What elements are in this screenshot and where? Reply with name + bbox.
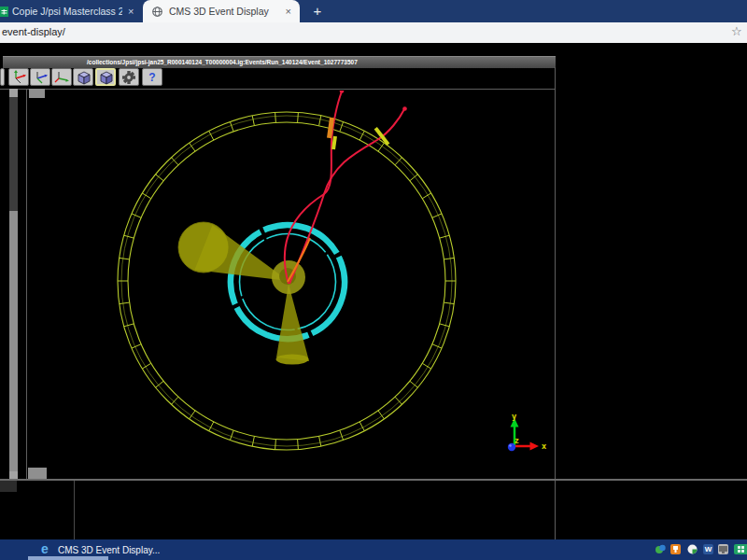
scrollbar-up-button[interactable] <box>9 89 18 97</box>
help-button[interactable]: ? <box>142 68 162 86</box>
viewport-right-border <box>555 67 556 539</box>
axis-x-arrow-icon <box>530 442 540 451</box>
bookmark-star-icon[interactable]: ☆ <box>731 25 744 38</box>
new-tab-button[interactable]: + <box>308 1 327 21</box>
tab-title: CMS 3D Event Display <box>169 6 280 17</box>
tab-cms-event-display[interactable]: CMS 3D Event Display × <box>143 0 300 22</box>
tray-monitor-icon[interactable] <box>718 544 728 554</box>
scrollbar-track[interactable] <box>9 97 18 211</box>
cube-solid-icon <box>98 70 114 85</box>
taskbar-active-indicator <box>28 556 108 560</box>
axis-gizmo: y x z <box>508 413 547 451</box>
word-letter: W <box>705 545 712 553</box>
url-text[interactable]: event-display/ <box>2 26 65 37</box>
axis-z-icon <box>32 70 49 84</box>
tray-network-swirl-icon[interactable] <box>655 544 666 554</box>
tray-orange-app-icon[interactable] <box>670 544 681 554</box>
panel-corner-box <box>0 481 17 492</box>
bottom-split-divider[interactable] <box>0 479 747 481</box>
view-axis-z-button[interactable] <box>30 68 50 86</box>
sheets-favicon-icon <box>0 7 8 17</box>
bottom-panel-divider <box>74 481 75 539</box>
help-question-icon: ? <box>148 71 155 84</box>
view-3d-cube-selected-button[interactable] <box>95 68 116 86</box>
axis-y-label: y <box>512 413 517 421</box>
track-endpoint-left <box>340 91 345 93</box>
scrollbar-thumb[interactable] <box>9 211 18 471</box>
page-background: /collections/Jpsi/jpsi-jan25_R000140124_… <box>0 43 747 539</box>
track-endpoint-right <box>402 106 407 111</box>
jet-cone-down <box>276 284 310 365</box>
tray-pie-app-icon[interactable] <box>687 544 698 554</box>
tray-word-icon[interactable]: W <box>703 544 713 554</box>
toolbar-button-partial[interactable] <box>0 68 5 86</box>
edge-browser-icon[interactable]: e <box>41 541 49 556</box>
axis-x-icon <box>10 70 27 84</box>
gear-icon <box>121 70 136 85</box>
axis-x-label: x <box>542 442 547 451</box>
taskbar-window-button[interactable]: CMS 3D Event Display... <box>58 545 160 555</box>
viewport-top-border <box>0 89 555 90</box>
axis-z-label: z <box>514 437 519 445</box>
event-display-canvas[interactable]: y x z <box>27 91 555 479</box>
tab-close-icon[interactable]: × <box>286 6 291 17</box>
vertex-ball <box>272 260 305 294</box>
settings-button[interactable] <box>119 68 139 86</box>
scrollbar-down-button[interactable] <box>9 471 18 479</box>
tab-title: Copie J/psi Masterclass 2020 - H <box>12 6 122 17</box>
cube-icon <box>76 70 92 85</box>
event-path-title: /collections/Jpsi/jpsi-jan25_R000140124_… <box>87 59 358 65</box>
tab-masterclass[interactable]: Copie J/psi Masterclass 2020 - H × <box>0 0 140 22</box>
axis-y-icon <box>53 70 70 84</box>
address-bar[interactable] <box>0 22 747 44</box>
jet-cone-left <box>178 222 289 281</box>
view-3d-cube-button[interactable] <box>73 68 93 86</box>
muon-track-right <box>289 109 404 284</box>
globe-favicon-icon <box>152 7 162 17</box>
browser-tab-bar: Copie J/psi Masterclass 2020 - H × CMS 3… <box>0 0 747 22</box>
event-path-titlebar: /collections/Jpsi/jpsi-jan25_R000140124_… <box>3 56 556 68</box>
tray-excel-icon[interactable] <box>734 544 747 554</box>
tab-close-icon[interactable]: × <box>128 6 134 17</box>
view-axis-y-button[interactable] <box>51 68 72 86</box>
view-axis-x-button[interactable] <box>8 68 29 86</box>
